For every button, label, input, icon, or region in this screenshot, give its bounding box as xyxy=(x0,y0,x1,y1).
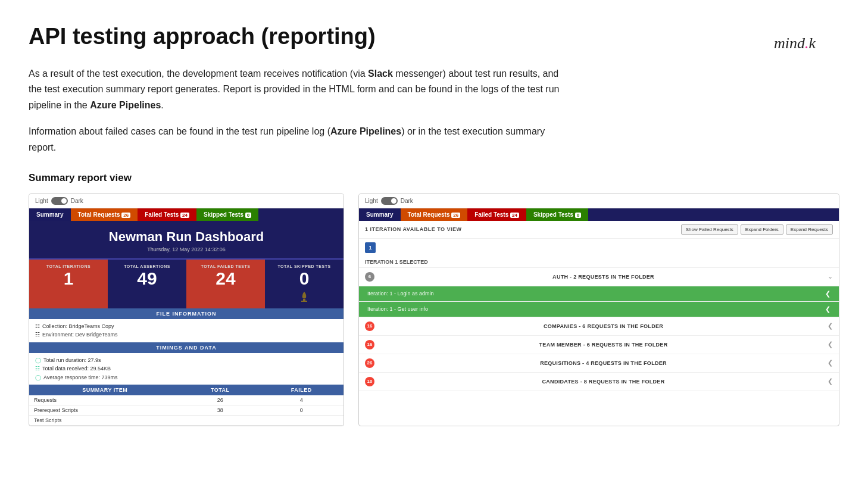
right-nav-total-requests[interactable]: Total Requests 26 xyxy=(401,208,468,221)
stat-assertions-label: TOTAL ASSERTIONS xyxy=(111,264,183,269)
svg-rect-0 xyxy=(303,299,305,301)
svg-rect-1 xyxy=(301,301,307,302)
file-info-content: ☷ Collection: BridgeTeams Copy ☷ Environ… xyxy=(29,319,344,342)
stat-skipped-label: TOTAL SKIPPED TESTS xyxy=(268,264,340,269)
table-row: Test Scripts xyxy=(29,415,344,425)
folder-companies-chevron: ❮ xyxy=(828,322,833,330)
nav-summary[interactable]: Summary xyxy=(29,208,71,221)
show-failed-requests-btn[interactable]: Show Failed Requests xyxy=(681,224,738,235)
nav-total-requests[interactable]: Total Requests 26 xyxy=(71,208,138,221)
iteration-available-row: 1 ITERATION AVAILABLE TO VIEW Show Faile… xyxy=(359,221,839,239)
right-nav-failed-tests[interactable]: Failed Tests 24 xyxy=(467,208,526,221)
right-dark-label: Dark xyxy=(401,198,413,204)
clock-icon: ◯ xyxy=(35,356,41,364)
toggle-pill[interactable] xyxy=(51,197,68,205)
left-dark-toggle[interactable]: Light Dark xyxy=(35,197,83,205)
body-paragraph-1: As a result of the test execution, the d… xyxy=(29,66,564,113)
row-test-scripts-total xyxy=(181,415,260,425)
dark-label: Dark xyxy=(71,198,83,204)
table-row: Prerequest Scripts 38 0 xyxy=(29,405,344,415)
left-nav-row: Summary Total Requests 26 Failed Tests 2… xyxy=(29,208,344,221)
right-dash-topbar: Light Dark xyxy=(359,194,839,208)
folder-auth[interactable]: 6 AUTH - 2 REQUESTS IN THE FOLDER ⌄ xyxy=(359,268,839,286)
folder-team-badge: 16 xyxy=(365,340,374,349)
left-stats-row: TOTAL ITERATIONS 1 TOTAL ASSERTIONS 49 T… xyxy=(29,258,344,308)
row-requests-total: 26 xyxy=(181,395,260,405)
folder-team-chevron: ❮ xyxy=(828,341,833,348)
folder-candidates[interactable]: 10 CANDIDATES - 8 REQUESTS IN THE FOLDER… xyxy=(359,373,839,391)
folder-companies[interactable]: 16 COMPANIES - 6 REQUESTS IN THE FOLDER … xyxy=(359,317,839,336)
collection-icon: ☷ xyxy=(35,322,40,330)
page-title: API testing approach (reporting) xyxy=(29,24,839,49)
stat-total-iterations: TOTAL ITERATIONS 1 xyxy=(29,260,108,308)
run-duration: ◯ Total run duration: 27.9s xyxy=(35,356,338,364)
stat-failed-value: 24 xyxy=(190,269,261,288)
right-nav-row: Summary Total Requests 26 Failed Tests 2… xyxy=(359,208,839,221)
logo: mind.k xyxy=(774,35,816,52)
left-dash-topbar: Light Dark xyxy=(29,194,344,208)
screenshots-row: Light Dark Summary Total Requests 26 Fai… xyxy=(29,193,839,426)
right-light-label: Light xyxy=(365,198,378,204)
col-total: TOTAL xyxy=(181,385,260,395)
stat-total-assertions: TOTAL ASSERTIONS 49 xyxy=(108,260,186,308)
req-login-admin-name: Iteration: 1 - Login as admin xyxy=(367,291,434,296)
folder-companies-name: COMPANIES - 6 REQUESTS IN THE FOLDER xyxy=(379,323,828,329)
row-test-scripts-label: Test Scripts xyxy=(29,415,181,425)
stat-failed-tests: TOTAL FAILED TESTS 24 xyxy=(186,260,265,308)
req-login-chevron: ❮ xyxy=(825,290,830,298)
response-icon: ◯ xyxy=(35,373,41,382)
folder-requisitions[interactable]: 26 REQUISITIONS - 4 REQUESTS IN THE FOLD… xyxy=(359,354,839,373)
iteration-selected-label: ITERATION 1 SELECTED xyxy=(359,257,839,268)
file-info-bar: FILE INFORMATION xyxy=(29,308,344,319)
stat-skipped-value: 0 xyxy=(268,269,340,288)
nav-failed-tests[interactable]: Failed Tests 24 xyxy=(138,208,196,221)
row-requests-label: Requests xyxy=(29,395,181,405)
data-icon: ☷ xyxy=(35,364,40,373)
environment-info: ☷ Environment: Dev BridgeTeams xyxy=(35,330,338,339)
iteration-buttons: 1 xyxy=(359,239,839,257)
timings-bar: TIMINGS AND DATA xyxy=(29,342,344,353)
req-login-admin[interactable]: Iteration: 1 - Login as admin ❮ xyxy=(359,286,839,302)
row-prerequest-label: Prerequest Scripts xyxy=(29,405,181,415)
body-paragraph-2: Information about failed cases can be fo… xyxy=(29,124,564,155)
req-get-user-name: Iteration: 1 - Get user info xyxy=(367,306,428,312)
iteration-btn-1[interactable]: 1 xyxy=(365,242,376,253)
folder-cand-name: CANDIDATES - 8 REQUESTS IN THE FOLDER xyxy=(379,379,828,385)
trophy-icon xyxy=(296,291,313,302)
folder-req-name: REQUISITIONS - 4 REQUESTS IN THE FOLDER xyxy=(379,360,828,366)
row-test-scripts-failed xyxy=(260,415,344,425)
right-dark-toggle[interactable]: Light Dark xyxy=(365,197,413,205)
stat-iterations-value: 1 xyxy=(33,269,104,288)
stat-iterations-label: TOTAL ITERATIONS xyxy=(33,264,104,269)
req-get-user-info[interactable]: Iteration: 1 - Get user info ❮ xyxy=(359,302,839,317)
right-nav-skipped-tests[interactable]: Skipped Tests 0 xyxy=(526,208,588,221)
left-dash-title-area: Newman Run Dashboard Thursday, 12 May 20… xyxy=(29,221,344,258)
right-dashboard: Light Dark Summary Total Requests 26 Fai… xyxy=(358,193,839,426)
nav-skipped-tests[interactable]: Skipped Tests 0 xyxy=(196,208,258,221)
folder-req-chevron: ❮ xyxy=(828,359,833,367)
stat-skipped-tests: TOTAL SKIPPED TESTS 0 xyxy=(265,260,344,308)
expand-folders-btn[interactable]: Expand Folders xyxy=(741,224,783,235)
right-toggle-pill[interactable] xyxy=(381,197,398,205)
col-summary-item: SUMMARY ITEM xyxy=(29,385,181,395)
left-dash-title: Newman Run Dashboard xyxy=(39,229,334,245)
timings-content: ◯ Total run duration: 27.9s ☷ Total data… xyxy=(29,353,344,385)
row-requests-failed: 4 xyxy=(260,395,344,405)
row-prerequest-failed: 0 xyxy=(260,405,344,415)
folder-companies-badge: 16 xyxy=(365,321,374,331)
environment-icon: ☷ xyxy=(35,330,40,339)
left-dashboard: Light Dark Summary Total Requests 26 Fai… xyxy=(29,193,344,426)
folder-team-name: TEAM MEMBER - 6 REQUESTS IN THE FOLDER xyxy=(379,342,828,348)
folder-cand-badge: 10 xyxy=(365,377,374,386)
folder-cand-chevron: ❮ xyxy=(828,377,833,385)
folder-auth-badge: 6 xyxy=(365,272,374,282)
right-nav-summary[interactable]: Summary xyxy=(359,208,401,221)
folder-req-badge: 26 xyxy=(365,358,374,368)
collection-info: ☷ Collection: BridgeTeams Copy xyxy=(35,322,338,330)
stat-assertions-value: 49 xyxy=(111,269,183,288)
section-title: Summary report view xyxy=(29,172,839,184)
stat-failed-label: TOTAL FAILED TESTS xyxy=(190,264,261,269)
expand-requests-btn[interactable]: Expand Requests xyxy=(786,224,833,235)
folder-team-member[interactable]: 16 TEAM MEMBER - 6 REQUESTS IN THE FOLDE… xyxy=(359,336,839,354)
light-label: Light xyxy=(35,198,48,204)
